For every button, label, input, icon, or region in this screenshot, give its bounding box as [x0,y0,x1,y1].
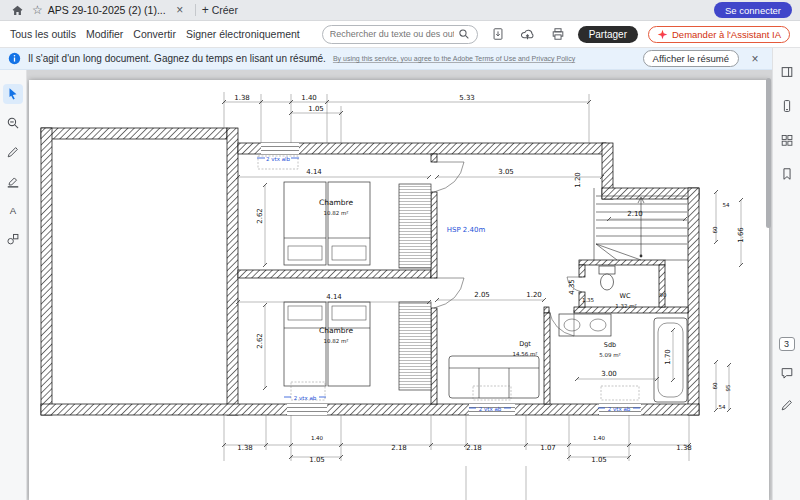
home-button[interactable] [8,1,26,19]
show-summary-button[interactable]: Afficher le résumé [643,50,739,67]
bookmark-icon [780,167,794,181]
plan-label: 1.66 [737,227,745,243]
banner-disclaimer: By using this service, you agree to the … [333,55,575,62]
divider [195,4,196,16]
plan-label: 1.40 [593,435,606,441]
plan-label: 4.35 [568,279,576,295]
plan-label: 1.35 [582,297,595,303]
plan-label: Chambre [319,326,354,335]
panel-toggle-button[interactable] [777,62,797,82]
home-icon [11,4,24,17]
plan-label: 10.82 m² [323,338,348,344]
cursor-arrow-icon [6,87,20,101]
plan-label: 95 [725,384,731,391]
mobile-view-button[interactable] [777,96,797,116]
mobile-view-icon [780,99,794,113]
sparkle-icon [657,29,668,40]
svg-text:A: A [10,205,17,216]
floor-plan-drawing: 1.381.405.331.052 vtx alb4.143.051.202.6… [29,80,769,500]
close-icon: × [176,4,183,16]
highlighter-tool-button[interactable] [3,171,23,191]
plan-label: 1.05 [309,456,325,464]
plan-label: 3.05 [498,168,514,176]
document-canvas[interactable]: 1.381.405.331.052 vtx alb4.143.051.202.6… [27,70,772,500]
banner-message: Il s'agit d'un long document. Gagnez du … [28,53,326,64]
plan-label: 5.33 [459,94,475,102]
plan-label: 2 vtx ab [608,406,631,412]
share-button[interactable]: Partager [578,26,638,43]
text-tool-button[interactable]: A [3,200,23,220]
highlighter-icon [6,174,20,188]
plan-label: 54 [719,404,726,410]
comments-button[interactable] [777,363,797,383]
tab-bar: ☆ APS 29-10-2025 (2) (1)... × + Créer Se… [0,0,800,21]
edit-button[interactable] [777,395,797,415]
right-rail-bottom: 3 [777,337,797,415]
search-icon [458,28,470,40]
scrollbar-thumb[interactable] [766,78,771,228]
menu-convertir[interactable]: Convertir [133,28,176,40]
panel-toggle-icon [780,65,794,79]
plan-label: 90 [660,292,667,298]
comment-icon [780,366,794,380]
plan-label: 2 vtx ab [479,406,502,412]
plan-label: 1.38 [234,94,250,102]
save-cloud-icon [520,27,535,42]
pencil-tool-button[interactable] [3,142,23,162]
shapes-tool-button[interactable] [3,229,23,249]
plan-label: 2.62 [256,333,264,349]
menu-signer[interactable]: Signer électroniquement [186,28,300,40]
bookmarks-button[interactable] [777,164,797,184]
plan-label: Sdb [604,341,616,349]
plan-label: 1.20 [526,291,542,299]
plan-label: Dgt [519,340,531,348]
zoom-icon [6,116,20,130]
plan-label: 1.40 [301,94,317,102]
plan-label: 2 vtx alb [266,156,291,162]
plan-label: Chambre [319,198,354,207]
plan-label: 10.82 m² [323,210,348,216]
plan-label: 2.62 [256,208,264,224]
canvas-scrollbar[interactable] [766,70,771,500]
plan-label: 60 [712,382,718,389]
plan-label: 3.00 [601,370,617,378]
plan-label: 5.09 m² [599,352,621,358]
shapes-icon [6,232,20,246]
sign-in-button[interactable]: Se connecter [714,2,792,18]
plan-label: 1.38 [676,444,692,452]
plan-label: 1.70 [664,349,672,365]
tab-close-button[interactable]: × [171,1,189,19]
plan-label: 1.20 [574,172,582,188]
menu-tous-les-outils[interactable]: Tous les outils [10,28,76,40]
search-input[interactable] [330,29,454,39]
pencil-icon [6,145,20,159]
banner-close-button[interactable]: × [746,50,764,68]
search-box[interactable] [322,25,478,44]
page-thumbnails-button[interactable] [777,130,797,150]
page-badge[interactable]: 3 [779,337,795,351]
edit-pencil-icon [780,398,794,412]
ai-assistant-button[interactable]: Demander à l'Assistant IA [648,26,790,43]
star-icon: ☆ [32,4,43,16]
plan-label: 2 vtx ab [294,395,317,401]
save-cloud-button[interactable] [518,24,538,44]
plan-label: 2.18 [466,444,482,452]
select-tool-button[interactable] [3,84,23,104]
export-pdf-button[interactable] [488,24,508,44]
text-tool-icon: A [6,203,20,217]
plan-label: 14.56 m² [512,351,537,357]
print-button[interactable] [548,24,568,44]
print-icon [551,27,565,41]
page-thumbnails-icon [780,133,794,147]
create-button[interactable]: + Créer [202,3,238,17]
plan-label: 1.38 [237,444,253,452]
plan-label: 60 [712,226,718,233]
plan-label: 4.14 [306,168,322,176]
menu-modifier[interactable]: Modifier [86,28,123,40]
plan-label: 54 [723,202,730,208]
create-label: Créer [212,4,238,16]
zoom-tool-button[interactable] [3,113,23,133]
plan-label: 2.18 [391,444,407,452]
close-icon: × [751,53,758,65]
document-tab[interactable]: ☆ APS 29-10-2025 (2) (1)... × [32,1,189,19]
